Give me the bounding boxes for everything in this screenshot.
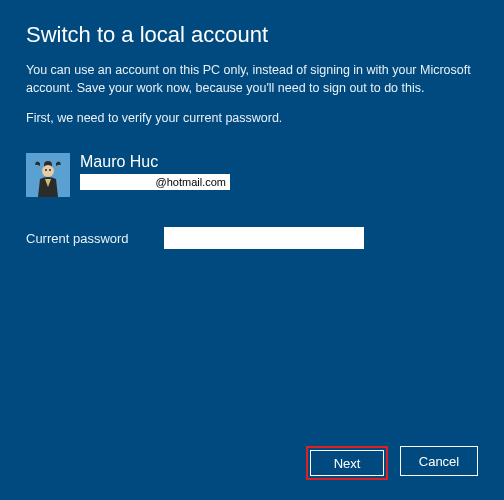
avatar	[26, 153, 70, 197]
user-name: Mauro Huc	[80, 153, 230, 171]
verify-text: First, we need to verify your current pa…	[26, 111, 478, 125]
user-row: Mauro Huc @hotmail.com	[26, 153, 478, 197]
button-bar: Next Cancel	[306, 446, 478, 480]
user-info: Mauro Huc @hotmail.com	[80, 153, 230, 190]
svg-point-2	[42, 165, 54, 177]
cancel-button[interactable]: Cancel	[400, 446, 478, 476]
description-text: You can use an account on this PC only, …	[26, 62, 478, 97]
svg-point-3	[45, 169, 47, 171]
svg-point-4	[49, 169, 51, 171]
password-row: Current password	[26, 227, 478, 249]
email-domain: @hotmail.com	[156, 176, 226, 188]
next-highlight: Next	[306, 446, 388, 480]
page-title: Switch to a local account	[26, 22, 478, 48]
avatar-icon	[26, 153, 70, 197]
password-input[interactable]	[164, 227, 364, 249]
password-label: Current password	[26, 231, 146, 246]
next-button[interactable]: Next	[310, 450, 384, 476]
dialog-content: Switch to a local account You can use an…	[0, 0, 504, 249]
user-email: @hotmail.com	[80, 174, 230, 190]
